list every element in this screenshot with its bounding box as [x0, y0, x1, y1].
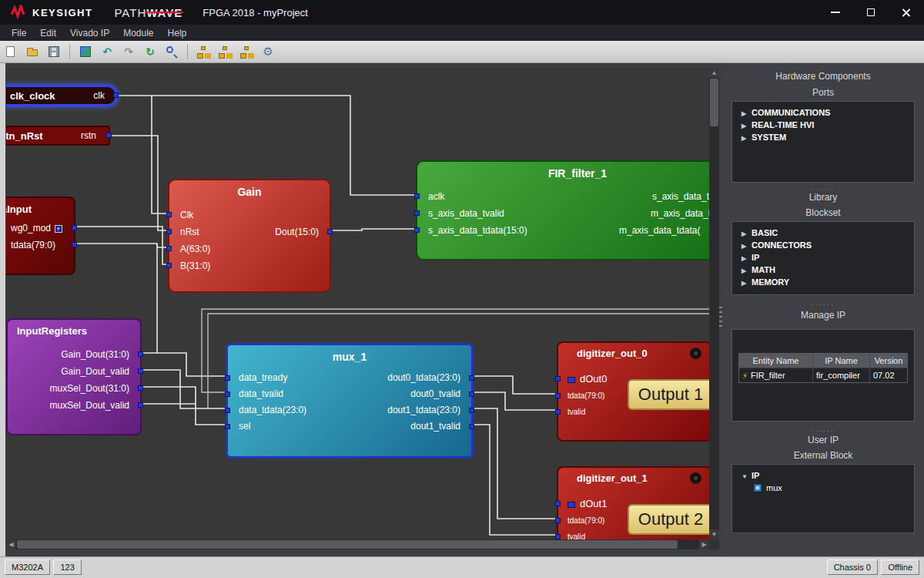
chevron-right-icon[interactable] — [742, 230, 752, 237]
open-project-icon[interactable] — [26, 45, 38, 58]
port-row: aclk s_axis_data_t — [417, 188, 709, 205]
ip-table-row[interactable]: ⚡FIR_filter fir_compiler 07.02 — [739, 368, 907, 382]
schematic-canvas[interactable]: clk_clock clk rstn_nRst rstn aInput wg0_… — [6, 68, 709, 539]
tree-item-ip[interactable]: IP — [732, 251, 914, 264]
chassis-button[interactable]: Chassis 0 — [827, 560, 878, 575]
build-icon-2[interactable] — [219, 45, 231, 58]
port-connector[interactable] — [138, 351, 143, 357]
tree-item-connectors[interactable]: CONNECTORS — [732, 239, 914, 251]
port-connector[interactable] — [166, 263, 172, 268]
port-connector[interactable] — [555, 534, 561, 539]
build-icon-3[interactable] — [240, 45, 253, 58]
menu-file[interactable]: File — [5, 26, 33, 40]
chevron-down-icon[interactable] — [742, 473, 752, 480]
tree-item-communications[interactable]: COMMUNICATIONS — [732, 106, 914, 119]
port-connector[interactable] — [166, 212, 172, 217]
horizontal-scrollbar[interactable]: ◀ ▶ — [6, 539, 709, 549]
port-connector[interactable] — [72, 225, 77, 230]
port-connector[interactable] — [225, 375, 230, 381]
port-connector[interactable] — [225, 408, 230, 413]
scroll-left-arrow[interactable]: ◀ — [6, 539, 16, 549]
chevron-right-icon[interactable] — [742, 243, 752, 250]
tree-item-real-time-hvi[interactable]: REAL-TIME HVI — [732, 119, 914, 131]
column-ip-name[interactable]: IP Name — [813, 354, 870, 368]
port-connector[interactable] — [106, 133, 112, 138]
chevron-right-icon[interactable] — [742, 267, 752, 274]
scroll-down-arrow[interactable]: ▼ — [709, 529, 719, 539]
port-connector[interactable] — [138, 402, 143, 408]
tree-item-basic[interactable]: BASIC — [732, 227, 914, 239]
offline-status-button[interactable]: Offline — [881, 560, 919, 575]
zoom-icon[interactable] — [166, 45, 178, 58]
column-entity-name[interactable]: Entity Name — [739, 354, 813, 368]
port-connector[interactable] — [555, 393, 561, 398]
vertical-scrollbar[interactable]: ▲ ▼ — [709, 68, 719, 539]
ports-header: Ports — [722, 87, 924, 98]
port-connector[interactable] — [555, 409, 561, 415]
horizontal-scroll-thumb[interactable] — [17, 540, 678, 549]
port-connector[interactable] — [113, 92, 119, 98]
port-connector[interactable] — [138, 385, 143, 391]
settings-icon[interactable] — [262, 45, 274, 58]
chevron-right-icon[interactable] — [742, 135, 752, 142]
menu-edit[interactable]: Edit — [33, 26, 63, 40]
build-icon-1[interactable] — [197, 45, 209, 58]
block-input-registers[interactable]: InputRegisters Gain_Dout(31:0) Gain_Dout… — [6, 318, 142, 435]
redo-icon[interactable] — [122, 45, 135, 58]
chevron-right-icon[interactable] — [742, 255, 752, 262]
port-connector[interactable] — [414, 193, 420, 199]
port-connector[interactable] — [166, 229, 172, 234]
port-connector[interactable] — [555, 501, 561, 506]
expand-plus-icon[interactable] — [55, 225, 62, 233]
port-connector[interactable] — [72, 242, 77, 247]
column-version[interactable]: Version — [870, 354, 907, 368]
port-connector[interactable] — [469, 408, 474, 413]
chevron-right-icon[interactable] — [742, 110, 752, 117]
port-connector[interactable] — [414, 227, 420, 233]
save-icon[interactable] — [48, 45, 60, 58]
block-ainput[interactable]: aInput wg0_mod tdata(79:0) — [6, 197, 75, 275]
block-mux-1[interactable]: mux_1 data_tready dout0_tdata(23:0) data… — [226, 343, 474, 459]
block-diagram-icon[interactable] — [79, 45, 92, 58]
device-tab-m3202a[interactable]: M3202A — [5, 560, 50, 575]
tree-item-math[interactable]: MATH — [732, 264, 914, 276]
port-connector[interactable] — [225, 391, 230, 397]
port-connector[interactable] — [555, 376, 561, 381]
maximize-button[interactable] — [853, 0, 889, 25]
tree-item-ip-root[interactable]: IP — [732, 469, 914, 482]
minimize-button[interactable] — [818, 0, 853, 25]
block-digitizer-out-1[interactable]: digitizer_out_1 dOut1 tdata(79:0) tvalid… — [557, 466, 709, 539]
block-rstn-nrst[interactable]: rstn_nRst rstn — [6, 126, 110, 146]
chevron-right-icon[interactable] — [742, 280, 752, 287]
vertical-scroll-thumb[interactable] — [710, 79, 718, 126]
scroll-right-arrow[interactable]: ▶ — [699, 539, 709, 549]
block-gain[interactable]: Gain Clk nRst Dout(15:0) A(63:0) — [168, 179, 331, 293]
port-connector[interactable] — [555, 518, 561, 523]
port-connector[interactable] — [225, 424, 230, 429]
port-connector[interactable] — [414, 210, 420, 216]
port-connector[interactable] — [469, 424, 474, 429]
menu-module[interactable]: Module — [116, 26, 160, 40]
port-connector[interactable] — [469, 375, 474, 381]
device-tab-123[interactable]: 123 — [53, 560, 81, 575]
new-file-icon[interactable] — [5, 45, 17, 58]
refresh-icon[interactable] — [144, 45, 156, 58]
port-connector[interactable] — [327, 229, 333, 234]
menu-help[interactable]: Help — [161, 26, 194, 40]
block-fir-filter-1[interactable]: FIR_filter_1 aclk s_axis_data_t s_axis_d… — [416, 160, 709, 260]
tree-item-system[interactable]: SYSTEM — [732, 131, 914, 143]
port-connector[interactable] — [166, 246, 172, 251]
tree-item-mux[interactable]: mux — [732, 482, 914, 494]
left-edge-strip — [0, 63, 5, 556]
block-clk-clock[interactable]: clk_clock clk — [6, 85, 118, 106]
port-connector[interactable] — [138, 368, 143, 374]
close-button[interactable] — [889, 0, 924, 25]
block-digitizer-out-0[interactable]: digitizer_out_0 dOut0 tdata(79:0) tvalid… — [557, 341, 709, 442]
scroll-up-arrow[interactable]: ▲ — [709, 68, 719, 78]
port-connector[interactable] — [469, 391, 474, 397]
menu-vivado-ip[interactable]: Vivado IP — [63, 26, 116, 40]
chevron-right-icon[interactable] — [742, 123, 752, 129]
undo-icon[interactable] — [101, 45, 113, 58]
port-row: data_tready dout0_tdata(23:0) — [228, 370, 471, 386]
tree-item-memory[interactable]: MEMORY — [732, 276, 914, 288]
